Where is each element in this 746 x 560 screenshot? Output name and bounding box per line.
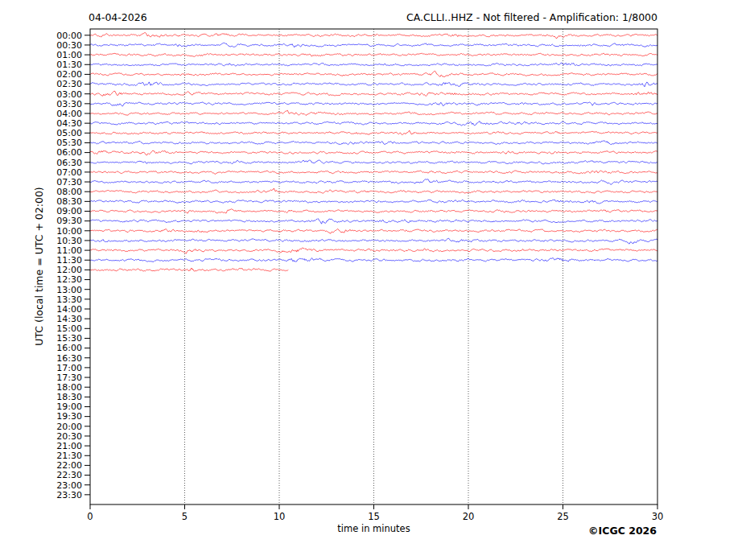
y-tick-label: 13:00 [56, 285, 82, 295]
y-tick-label: 09:00 [56, 206, 82, 216]
y-tick-label: 06:30 [56, 158, 82, 168]
trace-row-12:00 [90, 268, 288, 271]
helicorder-plot: 04-04-2026 CA.CLLI..HHZ - Not filtered -… [0, 0, 746, 560]
y-tick-label: 17:00 [56, 363, 82, 373]
y-tick-label: 20:30 [56, 431, 82, 442]
trace-row-09:30 [90, 219, 657, 224]
helicorder-page: 04-04-2026 CA.CLLI..HHZ - Not filtered -… [0, 0, 746, 560]
y-tick-label: 04:00 [56, 109, 82, 119]
y-tick-label: 18:00 [56, 382, 82, 393]
y-tick-label: 15:00 [56, 323, 82, 334]
gridlines [185, 29, 563, 504]
x-tick-label: 20 [463, 511, 475, 522]
y-tick-label: 22:00 [56, 460, 82, 471]
x-axis-ticks: 051015202530 [87, 504, 663, 522]
y-tick-label: 23:00 [56, 480, 82, 491]
y-tick-label: 08:30 [56, 196, 82, 207]
y-tick-label: 19:30 [56, 411, 82, 422]
y-tick-label: 07:30 [56, 177, 82, 187]
y-tick-label: 16:00 [56, 343, 82, 353]
y-tick-label: 01:00 [56, 50, 82, 60]
trace-row-11:00 [90, 248, 657, 253]
y-tick-label: 05:00 [56, 128, 82, 138]
y-tick-label: 04:30 [56, 118, 82, 129]
y-tick-label: 00:00 [56, 31, 82, 41]
y-tick-label: 05:30 [56, 138, 82, 148]
x-tick-label: 25 [557, 511, 569, 522]
trace-row-00:00 [90, 33, 657, 39]
y-tick-label: 17:30 [56, 373, 82, 383]
plot-date: 04-04-2026 [89, 11, 147, 23]
y-tick-label: 10:00 [56, 226, 82, 237]
y-tick-label: 07:00 [56, 167, 82, 178]
x-axis-label: time in minutes [337, 523, 410, 534]
x-tick-label: 15 [368, 511, 380, 522]
y-tick-label: 03:00 [56, 89, 82, 100]
y-tick-label: 18:30 [56, 392, 82, 402]
x-tick-label: 10 [274, 511, 286, 522]
trace-row-05:30 [90, 141, 657, 145]
y-tick-label: 22:30 [56, 470, 82, 480]
y-tick-label: 10:30 [56, 236, 82, 246]
x-tick-label: 0 [87, 511, 93, 522]
y-tick-label: 23:30 [56, 490, 82, 500]
y-tick-label: 02:30 [56, 79, 82, 89]
y-tick-label: 20:00 [56, 422, 82, 432]
x-tick-label: 30 [652, 511, 664, 522]
trace-row-06:30 [90, 160, 657, 164]
plot-title: CA.CLLI..HHZ - Not filtered - Amplificat… [406, 11, 657, 23]
y-tick-label: 14:30 [56, 314, 82, 324]
y-tick-label: 11:00 [56, 245, 82, 256]
y-tick-label: 08:00 [56, 187, 82, 197]
y-tick-label: 06:00 [56, 147, 82, 158]
y-tick-label: 02:00 [56, 69, 82, 80]
y-tick-label: 19:00 [56, 401, 82, 412]
y-tick-label: 01:30 [56, 60, 82, 70]
y-tick-label: 12:30 [56, 274, 82, 285]
y-tick-label: 13:30 [56, 294, 82, 305]
y-tick-label: 00:30 [56, 40, 82, 51]
seismic-traces [90, 33, 657, 272]
y-tick-label: 12:00 [56, 265, 82, 275]
y-tick-label: 21:00 [56, 441, 82, 451]
y-axis-label: UTC (local time = UTC + 02:00) [33, 187, 45, 346]
y-tick-label: 09:30 [56, 216, 82, 226]
y-tick-label: 21:30 [56, 451, 82, 461]
y-tick-label: 15:30 [56, 333, 82, 344]
y-tick-label: 11:30 [56, 255, 82, 266]
y-tick-label: 16:30 [56, 353, 82, 364]
x-tick-label: 5 [182, 511, 188, 522]
trace-row-07:00 [90, 171, 657, 174]
y-tick-label: 14:00 [56, 304, 82, 315]
plot-border [90, 29, 657, 504]
y-tick-label: 03:30 [56, 99, 82, 109]
copyright: ©ICGC 2026 [588, 525, 657, 537]
trace-row-02:00 [90, 71, 657, 76]
y-axis-ticks: 00:0000:3001:0001:3002:0002:3003:0003:30… [56, 31, 90, 500]
